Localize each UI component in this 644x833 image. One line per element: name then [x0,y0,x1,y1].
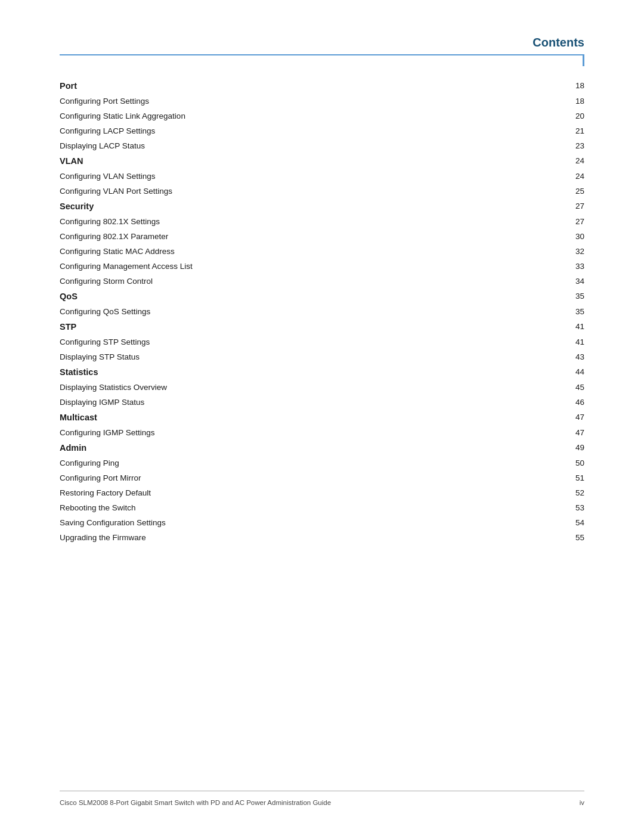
item-label: Configuring IGMP Settings [60,425,522,440]
toc-item-row: Configuring Storm Control34 [60,274,584,289]
toc-item-row: Configuring 802.1X Parameter30 [60,229,584,244]
contents-title: Contents [532,36,584,49]
item-page-num: 41 [522,335,584,349]
item-label: Restoring Factory Default [60,485,522,500]
section-label: Statistics [60,364,522,380]
item-label: Displaying Statistics Overview [60,380,522,395]
top-border-line [60,54,584,55]
item-label: Configuring Management Access List [60,259,522,274]
toc-item-row: Configuring VLAN Port Settings25 [60,184,584,199]
toc-section-row: Statistics44 [60,364,584,380]
toc-item-row: Displaying STP Status43 [60,349,584,364]
section-page-num: 44 [522,364,584,380]
item-label: Configuring 802.1X Settings [60,214,522,229]
toc-table: Port18Configuring Port Settings18Configu… [60,78,584,545]
footer-right: iv [580,799,584,806]
section-label: VLAN [60,153,522,169]
item-label: Configuring LACP Settings [60,123,522,138]
item-label: Configuring Port Mirror [60,470,522,485]
item-label: Displaying STP Status [60,349,522,364]
item-page-num: 32 [522,244,584,259]
item-label: Configuring Port Settings [60,94,522,109]
item-page-num: 20 [522,109,584,123]
toc-item-row: Configuring Management Access List33 [60,259,584,274]
header-section: Contents [60,36,584,49]
section-label: STP [60,319,522,335]
section-label: Admin [60,440,522,456]
toc-item-row: Configuring IGMP Settings47 [60,425,584,440]
right-accent-line [583,55,584,66]
toc-item-row: Configuring VLAN Settings24 [60,169,584,184]
toc-section-row: Security27 [60,199,584,214]
toc-section-row: Admin49 [60,440,584,456]
item-page-num: 25 [522,184,584,199]
item-label: Upgrading the Firmware [60,530,522,545]
item-page-num: 53 [522,500,584,515]
item-page-num: 46 [522,395,584,410]
item-label: Configuring STP Settings [60,335,522,349]
section-page-num: 27 [522,199,584,214]
toc-item-row: Configuring STP Settings41 [60,335,584,349]
item-page-num: 50 [522,456,584,470]
item-page-num: 27 [522,214,584,229]
item-label: Configuring Static Link Aggregation [60,109,522,123]
page-container: Contents Port18Configuring Port Settings… [0,0,644,833]
item-label: Displaying LACP Status [60,138,522,153]
toc-item-row: Configuring Ping50 [60,456,584,470]
toc-item-row: Displaying LACP Status23 [60,138,584,153]
toc-item-row: Saving Configuration Settings54 [60,515,584,530]
section-page-num: 41 [522,319,584,335]
item-label: Rebooting the Switch [60,500,522,515]
toc-item-row: Configuring Static MAC Address32 [60,244,584,259]
item-label: Configuring Storm Control [60,274,522,289]
item-page-num: 23 [522,138,584,153]
section-label: QoS [60,289,522,304]
toc-item-row: Displaying IGMP Status46 [60,395,584,410]
item-page-num: 55 [522,530,584,545]
item-page-num: 52 [522,485,584,500]
section-page-num: 49 [522,440,584,456]
toc-item-row: Configuring LACP Settings21 [60,123,584,138]
item-page-num: 18 [522,94,584,109]
section-page-num: 47 [522,410,584,425]
item-page-num: 54 [522,515,584,530]
toc-item-row: Configuring Static Link Aggregation20 [60,109,584,123]
item-page-num: 35 [522,304,584,319]
footer-line [60,791,584,791]
toc-item-row: Displaying Statistics Overview45 [60,380,584,395]
item-label: Saving Configuration Settings [60,515,522,530]
footer-content: Cisco SLM2008 8-Port Gigabit Smart Switc… [60,799,584,806]
toc-item-row: Configuring 802.1X Settings27 [60,214,584,229]
item-page-num: 33 [522,259,584,274]
section-label: Port [60,78,522,94]
toc-item-row: Configuring Port Mirror51 [60,470,584,485]
toc-item-row: Restoring Factory Default52 [60,485,584,500]
item-label: Configuring VLAN Settings [60,169,522,184]
item-page-num: 30 [522,229,584,244]
toc-section-row: Port18 [60,78,584,94]
section-page-num: 35 [522,289,584,304]
section-label: Security [60,199,522,214]
toc-section-row: VLAN24 [60,153,584,169]
item-page-num: 51 [522,470,584,485]
section-page-num: 18 [522,78,584,94]
item-page-num: 47 [522,425,584,440]
item-page-num: 43 [522,349,584,364]
section-page-num: 24 [522,153,584,169]
item-label: Displaying IGMP Status [60,395,522,410]
section-label: Multicast [60,410,522,425]
toc-item-row: Upgrading the Firmware55 [60,530,584,545]
item-label: Configuring Static MAC Address [60,244,522,259]
toc-section-row: QoS35 [60,289,584,304]
item-label: Configuring VLAN Port Settings [60,184,522,199]
item-page-num: 24 [522,169,584,184]
footer-left: Cisco SLM2008 8-Port Gigabit Smart Switc… [60,799,331,806]
toc-item-row: Configuring QoS Settings35 [60,304,584,319]
toc-item-row: Rebooting the Switch53 [60,500,584,515]
item-label: Configuring 802.1X Parameter [60,229,522,244]
toc-section-row: STP41 [60,319,584,335]
toc-section-row: Multicast47 [60,410,584,425]
item-page-num: 34 [522,274,584,289]
item-label: Configuring QoS Settings [60,304,522,319]
toc-item-row: Configuring Port Settings18 [60,94,584,109]
